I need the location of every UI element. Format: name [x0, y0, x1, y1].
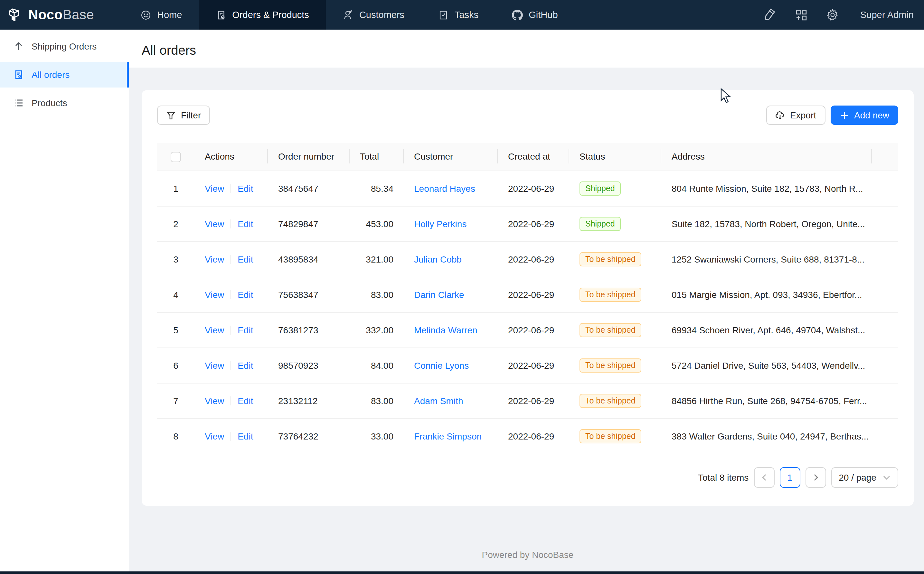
row-index-cell: 2	[157, 206, 194, 241]
status-cell: To be shipped	[569, 347, 661, 383]
row-index-cell: 4	[157, 277, 194, 312]
customer-link[interactable]: Julian Cobb	[414, 254, 462, 264]
view-link[interactable]: View	[205, 289, 224, 300]
view-link[interactable]: View	[205, 431, 224, 441]
row-index-cell: 5	[157, 312, 194, 347]
edit-link[interactable]: Edit	[238, 360, 253, 371]
sidebar-item-all-orders[interactable]: All orders	[0, 62, 129, 88]
bottom-edge-bar	[0, 571, 924, 574]
view-link[interactable]: View	[205, 360, 224, 371]
column-header-actions: Actions	[194, 143, 268, 170]
edit-link[interactable]: Edit	[238, 396, 253, 406]
total-cell: 84.00	[350, 347, 404, 383]
view-link[interactable]: View	[205, 218, 224, 229]
nocobase-cube-icon	[8, 7, 23, 22]
spacer-cell	[872, 206, 898, 241]
brand-text: NocoBase	[28, 7, 94, 22]
created-at-cell: 2022-06-29	[498, 418, 569, 454]
navbar-tab-tasks[interactable]: Tasks	[421, 0, 495, 30]
user-menu[interactable]: Super Admin	[858, 9, 914, 20]
customer-link[interactable]: Darin Clarke	[414, 289, 464, 300]
customer-link[interactable]: Leonard Hayes	[414, 183, 475, 193]
nocobase-logo[interactable]: NocoBase	[0, 0, 106, 30]
sidebar-menu: Shipping Orders All orders Products	[0, 30, 129, 571]
sidebar-item-products[interactable]: Products	[0, 90, 129, 116]
view-link[interactable]: View	[205, 254, 224, 264]
view-link[interactable]: View	[205, 396, 224, 406]
customer-cell: Frankie Simpson	[404, 418, 498, 454]
edit-link[interactable]: Edit	[238, 183, 253, 193]
total-cell: 453.00	[350, 206, 404, 241]
navbar-tab-customers[interactable]: Customers	[326, 0, 421, 30]
navbar-tab-orders-products[interactable]: Orders & Products	[199, 0, 326, 30]
action-separator	[231, 219, 231, 228]
total-cell: 83.00	[350, 383, 404, 418]
export-button[interactable]: Export	[766, 106, 825, 125]
select-all-checkbox[interactable]	[171, 152, 181, 162]
pagination-page-1[interactable]: 1	[779, 467, 800, 487]
row-index-cell: 1	[157, 170, 194, 206]
table-row: 2 ViewEdit 74829847 453.00 Holly Perkins…	[157, 206, 898, 241]
total-cell: 85.34	[350, 170, 404, 206]
header-checkbox-cell	[157, 143, 194, 170]
edit-link[interactable]: Edit	[238, 431, 253, 441]
status-cell: To be shipped	[569, 312, 661, 347]
pagination-prev-button[interactable]	[754, 467, 774, 487]
page-size-select[interactable]: 20 / page	[831, 467, 898, 487]
order-number-cell: 75638347	[268, 277, 350, 312]
column-header-created-at: Created at	[498, 143, 569, 170]
row-actions-cell: ViewEdit	[194, 206, 268, 241]
order-number-cell: 98570923	[268, 347, 350, 383]
status-badge: To be shipped	[580, 323, 641, 337]
order-number-cell: 38475647	[268, 170, 350, 206]
action-separator	[231, 361, 231, 370]
pagination-next-button[interactable]	[805, 467, 826, 487]
view-link[interactable]: View	[205, 325, 224, 335]
created-at-cell: 2022-06-29	[498, 312, 569, 347]
edit-link[interactable]: Edit	[238, 254, 253, 264]
order-number-cell: 74829847	[268, 206, 350, 241]
sidebar-item-shipping-orders[interactable]: Shipping Orders	[0, 33, 129, 59]
row-index-cell: 6	[157, 347, 194, 383]
edit-link[interactable]: Edit	[238, 325, 253, 335]
customer-link[interactable]: Melinda Warren	[414, 325, 477, 335]
edit-link[interactable]: Edit	[238, 218, 253, 229]
row-actions-cell: ViewEdit	[194, 347, 268, 383]
filter-funnel-icon	[166, 110, 176, 120]
customer-cell: Melinda Warren	[404, 312, 498, 347]
created-at-cell: 2022-06-29	[498, 206, 569, 241]
customer-link[interactable]: Connie Lyons	[414, 360, 469, 371]
status-badge: To be shipped	[580, 429, 641, 443]
status-cell: To be shipped	[569, 383, 661, 418]
github-icon	[512, 9, 523, 20]
created-at-cell: 2022-06-29	[498, 383, 569, 418]
table-row: 7 ViewEdit 23132112 83.00 Adam Smith 202…	[157, 383, 898, 418]
customer-link[interactable]: Adam Smith	[414, 396, 463, 406]
customer-link[interactable]: Frankie Simpson	[414, 431, 482, 441]
address-cell: 84856 Hirthe Run, Suite 268, 94754-6705,…	[661, 383, 872, 418]
table-row: 8 ViewEdit 73764232 33.00 Frankie Simpso…	[157, 418, 898, 454]
edit-link[interactable]: Edit	[238, 289, 253, 300]
add-block-icon[interactable]	[794, 8, 807, 21]
plus-icon	[839, 110, 849, 120]
row-actions-cell: ViewEdit	[194, 241, 268, 277]
person-icon	[343, 9, 354, 20]
row-actions-cell: ViewEdit	[194, 277, 268, 312]
navbar-tab-home[interactable]: Home	[124, 0, 199, 30]
customer-cell: Darin Clarke	[404, 277, 498, 312]
navbar-tab-github[interactable]: GitHub	[495, 0, 574, 30]
order-number-cell: 76381273	[268, 312, 350, 347]
status-badge: To be shipped	[580, 252, 641, 266]
view-link[interactable]: View	[205, 183, 224, 193]
order-number-cell: 43895834	[268, 241, 350, 277]
customer-link[interactable]: Holly Perkins	[414, 218, 466, 229]
action-separator	[231, 290, 231, 299]
action-separator	[231, 184, 231, 193]
spacer-cell	[872, 312, 898, 347]
ui-editor-pen-icon[interactable]	[763, 8, 776, 21]
orders-table: Actions Order number Total Customer Crea…	[157, 143, 898, 454]
add-new-button[interactable]: Add new	[830, 106, 898, 125]
filter-button[interactable]: Filter	[157, 106, 210, 125]
settings-gear-icon[interactable]	[826, 8, 839, 21]
address-cell: Suite 182, 15783, North Robert, Oregon, …	[661, 206, 872, 241]
